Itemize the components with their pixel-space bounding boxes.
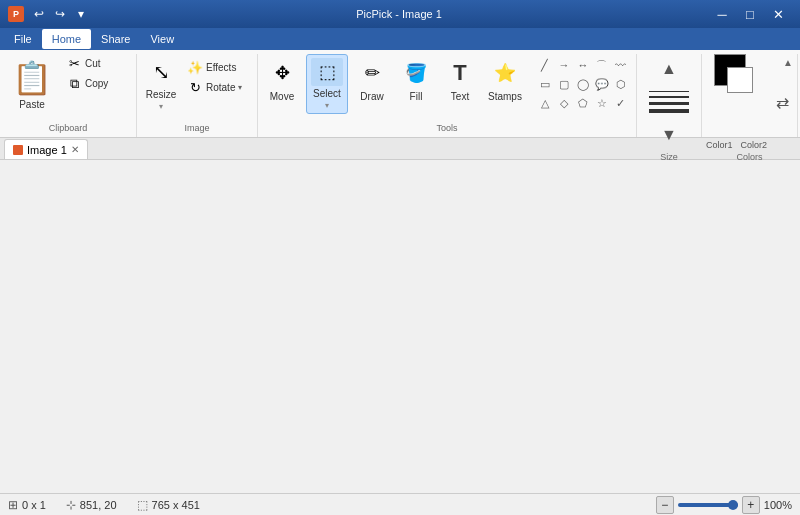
cut-label: Cut	[85, 58, 101, 69]
tab-label: Image 1	[27, 144, 67, 156]
shapes-grid: ╱ → ↔ ⌒ 〰 ▭ ▢ ◯ 💬 ⬡ △ ◇ ⬠ ☆ ✓	[534, 54, 632, 114]
fill-icon: 🪣	[400, 57, 432, 89]
size-up-arrow[interactable]: ▲	[659, 58, 679, 80]
canvas-area: 100 200 300 400 500 600 700 800 900 1000…	[0, 160, 800, 493]
zoom-out-button[interactable]: −	[656, 496, 674, 514]
copy-label: Copy	[85, 78, 108, 89]
ribbon-collapse-button[interactable]: ▲	[780, 54, 796, 70]
rotate-button[interactable]: ↻ Rotate ▾	[183, 78, 253, 97]
clipboard-content: 📋 Paste ✂ Cut ⧉ Copy	[4, 54, 132, 121]
image-label: Image	[184, 121, 209, 133]
line-tool[interactable]: ╱	[536, 56, 554, 74]
size-down-arrow[interactable]: ▼	[659, 124, 679, 146]
copy-button[interactable]: ⧉ Copy	[62, 74, 132, 93]
polygon-tool[interactable]: ⬡	[612, 75, 630, 93]
diamond-tool[interactable]: ◇	[555, 94, 573, 112]
size-line-2[interactable]	[649, 96, 689, 98]
size-lines	[645, 83, 693, 121]
paste-label: Paste	[19, 99, 45, 110]
ribbon-group-size: ▲ ▼ Size	[637, 54, 702, 137]
fill-button[interactable]: 🪣 Fill	[396, 54, 436, 114]
menu-share[interactable]: Share	[91, 29, 140, 49]
fill-label: Fill	[410, 91, 423, 102]
tab-image1[interactable]: Image 1 ✕	[4, 139, 88, 159]
undo-button[interactable]: ↩	[30, 5, 48, 23]
check-tool[interactable]: ✓	[612, 94, 630, 112]
speech-bubble-tool[interactable]: 💬	[593, 75, 611, 93]
stamps-button[interactable]: ⭐ Stamps	[484, 54, 526, 114]
quick-access-dropdown[interactable]: ▾	[72, 5, 90, 23]
effects-label: Effects	[206, 62, 236, 73]
effects-button[interactable]: ✨ Effects	[183, 58, 253, 77]
text-icon: T	[444, 57, 476, 89]
text-button[interactable]: T Text	[440, 54, 480, 114]
paste-icon: 📋	[12, 59, 52, 97]
color-swap-button[interactable]: ⇄	[773, 92, 793, 112]
close-button[interactable]: ✕	[764, 0, 792, 28]
text-label: Text	[451, 91, 469, 102]
ribbon-group-image: ⤡ Resize ▾ ✨ Effects ↻ Rotate ▾ Imag	[137, 54, 258, 137]
draw-label: Draw	[360, 91, 383, 102]
round-rect-tool[interactable]: ▢	[555, 75, 573, 93]
size-line-4[interactable]	[649, 109, 689, 113]
pentagon-tool[interactable]: ⬠	[574, 94, 592, 112]
zoom-controls: − + 100%	[656, 496, 792, 514]
menu-view[interactable]: View	[140, 29, 184, 49]
resize-button[interactable]: ⤡ Resize ▾	[141, 54, 181, 114]
select-label: Select	[313, 88, 341, 99]
title-bar: P ↩ ↪ ▾ PicPick - Image 1 ─ □ ✕	[0, 0, 800, 28]
effects-icon: ✨	[187, 60, 203, 75]
clipboard-label: Clipboard	[49, 121, 88, 133]
status-dimensions: ⊞ 0 x 1	[8, 498, 46, 512]
cut-button[interactable]: ✂ Cut	[62, 54, 132, 73]
draw-icon: ✏	[356, 57, 388, 89]
color2-swatch[interactable]	[728, 68, 752, 92]
triangle-tool[interactable]: △	[536, 94, 554, 112]
tools-label: Tools	[436, 121, 457, 133]
menu-home[interactable]: Home	[42, 29, 91, 49]
window-title: PicPick - Image 1	[356, 8, 442, 20]
tab-icon	[13, 145, 23, 155]
resize-label: Resize	[146, 89, 177, 100]
size-line-1[interactable]	[649, 91, 689, 92]
double-arrow-tool[interactable]: ↔	[574, 56, 592, 74]
clipboard-small-btns: ✂ Cut ⧉ Copy	[62, 54, 132, 93]
app-icon: P	[8, 6, 24, 22]
cut-icon: ✂	[66, 56, 82, 71]
tools-content: ✥ Move ⬚ Select ▾ ✏ Draw 🪣 Fill	[262, 54, 632, 121]
star-tool[interactable]: ☆	[593, 94, 611, 112]
zoom-slider[interactable]	[678, 503, 738, 507]
ribbon-group-tools: ✥ Move ⬚ Select ▾ ✏ Draw 🪣 Fill	[258, 54, 637, 137]
rect-tool[interactable]: ▭	[536, 75, 554, 93]
size-line-3[interactable]	[649, 102, 689, 105]
color2-label: Color2	[740, 140, 767, 150]
minimize-button[interactable]: ─	[708, 0, 736, 28]
tab-close-button[interactable]: ✕	[71, 144, 79, 155]
paste-button[interactable]: 📋 Paste	[4, 54, 60, 114]
position-icon: ⊹	[66, 498, 76, 512]
arrow-tool[interactable]: →	[555, 56, 573, 74]
color-pair	[714, 54, 754, 94]
image-content: ⤡ Resize ▾ ✨ Effects ↻ Rotate ▾	[141, 54, 253, 121]
curve-tool[interactable]: ⌒	[593, 56, 611, 74]
ellipse-tool[interactable]: ◯	[574, 75, 592, 93]
app-window: P ↩ ↪ ▾ PicPick - Image 1 ─ □ ✕ File Hom…	[0, 0, 800, 515]
menu-file[interactable]: File	[4, 29, 42, 49]
size-content: ▲ ▼	[641, 54, 697, 150]
status-size: ⬚ 765 x 451	[137, 498, 200, 512]
move-label: Move	[270, 91, 294, 102]
freehand-tool[interactable]: 〰	[612, 56, 630, 74]
draw-button[interactable]: ✏ Draw	[352, 54, 392, 114]
ribbon-group-clipboard: 📋 Paste ✂ Cut ⧉ Copy Clipboard	[0, 54, 137, 137]
move-button[interactable]: ✥ Move	[262, 54, 302, 114]
zoom-in-button[interactable]: +	[742, 496, 760, 514]
menu-bar: File Home Share View	[0, 28, 800, 50]
window-controls: ─ □ ✕	[708, 0, 792, 28]
quick-access-toolbar: ↩ ↪ ▾	[30, 5, 90, 23]
redo-button[interactable]: ↪	[51, 5, 69, 23]
title-bar-left: P ↩ ↪ ▾	[8, 5, 90, 23]
rotate-icon: ↻	[187, 80, 203, 95]
zoom-thumb[interactable]	[728, 500, 738, 510]
maximize-button[interactable]: □	[736, 0, 764, 28]
select-button[interactable]: ⬚ Select ▾	[306, 54, 348, 114]
